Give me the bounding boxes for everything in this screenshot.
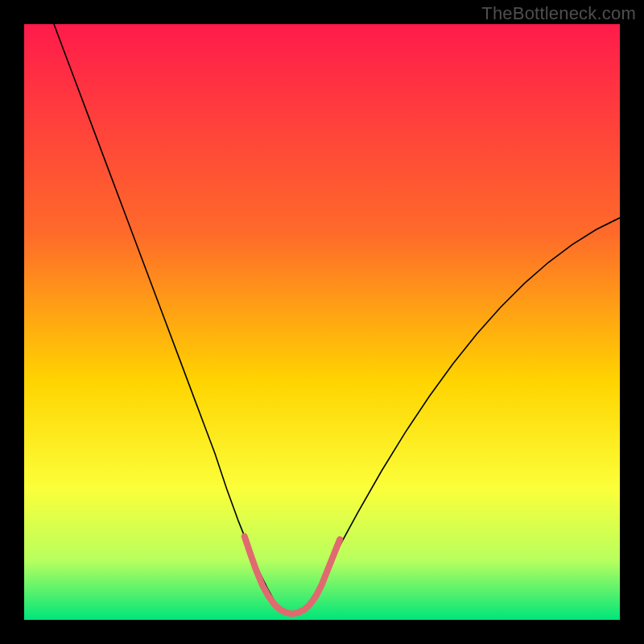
bottleneck-chart <box>24 24 620 620</box>
gradient-background <box>24 24 620 620</box>
chart-frame: TheBottleneck.com <box>0 0 644 644</box>
watermark-text: TheBottleneck.com <box>481 3 636 24</box>
